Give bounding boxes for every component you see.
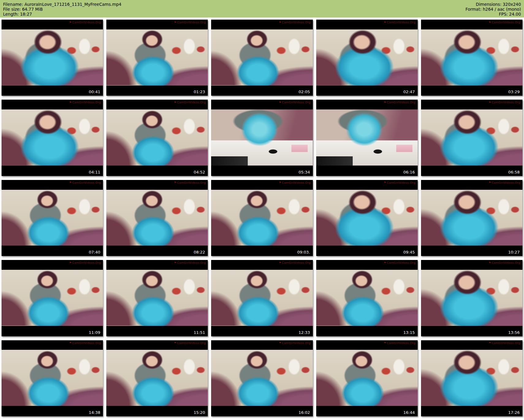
camgirl-logo-icon: ⚑: [384, 181, 386, 184]
timestamp-label: 10:27: [508, 250, 520, 254]
video-thumbnail: ⚑ CamGirlVideos.Org 09:45: [316, 180, 418, 256]
watermark-text: CamGirlVideos.Org: [177, 21, 206, 24]
camgirl-logo-icon: ⚑: [174, 181, 177, 184]
video-thumbnail: ⚑ CamGirlVideos.Org 16:02: [211, 340, 313, 416]
video-thumbnail: ⚑ CamGirlVideos.Org 08:22: [106, 180, 208, 256]
camgirl-logo-icon: ⚑: [69, 261, 71, 264]
filename-line: Filename: AuroraInLove_171216_1131_MyFre…: [3, 2, 121, 7]
timestamp-label: 04:52: [194, 170, 205, 174]
format-line: Format: h264 / aac (mono): [465, 7, 521, 12]
watermark-text: CamGirlVideos.Org: [72, 21, 101, 24]
video-frame-image: [421, 190, 522, 246]
watermark-text: CamGirlVideos.Org: [492, 181, 521, 184]
watermark: ⚑ CamGirlVideos.Org: [488, 101, 520, 104]
video-frame-image: [2, 29, 103, 86]
camgirl-logo-icon: ⚑: [279, 101, 281, 104]
timestamp-label: 05:34: [298, 170, 310, 174]
camgirl-logo-icon: ⚑: [488, 261, 491, 264]
timestamp-label: 01:23: [194, 90, 205, 94]
camgirl-logo-icon: ⚑: [488, 181, 491, 184]
watermark: ⚑ CamGirlVideos.Org: [69, 181, 101, 184]
video-frame-image: [106, 270, 208, 326]
video-thumbnail: ⚑ CamGirlVideos.Org 02:05: [211, 20, 313, 96]
video-frame-image: [316, 29, 418, 86]
timestamp-label: 11:09: [89, 330, 100, 335]
watermark-text: CamGirlVideos.Org: [177, 261, 206, 264]
timestamp-label: 09:03.: [297, 250, 310, 254]
camgirl-logo-icon: ⚑: [174, 341, 177, 344]
video-thumbnail: ⚑ CamGirlVideos.Org 04:52: [106, 100, 208, 176]
camgirl-logo-icon: ⚑: [384, 21, 386, 24]
video-frame-image: [421, 350, 522, 406]
fps-line: FPS: 24.00: [465, 12, 521, 17]
video-thumbnail: ⚑ CamGirlVideos.Org 15:20: [106, 340, 208, 416]
camgirl-logo-icon: ⚑: [279, 261, 281, 264]
watermark: ⚑ CamGirlVideos.Org: [384, 341, 416, 345]
video-thumbnail: ⚑ CamGirlVideos.Org 13:15: [316, 260, 418, 336]
camgirl-logo-icon: ⚑: [488, 341, 491, 344]
watermark-text: CamGirlVideos.Org: [177, 341, 206, 345]
watermark-text: CamGirlVideos.Org: [282, 21, 311, 24]
video-frame-image: [211, 190, 313, 246]
watermark: ⚑ CamGirlVideos.Org: [488, 261, 520, 264]
timestamp-label: 17:26: [508, 410, 520, 415]
filesize-line: File size: 64.77 MiB: [3, 7, 121, 12]
contact-sheet: Filename: AuroraInLove_171216_1131_MyFre…: [0, 0, 524, 419]
watermark: ⚑ CamGirlVideos.Org: [174, 341, 206, 345]
video-frame-image: [106, 29, 208, 86]
watermark-text: CamGirlVideos.Org: [387, 21, 416, 24]
video-frame-image: [421, 109, 522, 166]
timestamp-label: 16:02: [298, 410, 310, 415]
thumbnail-grid: ⚑ CamGirlVideos.Org 00:41 ⚑ CamGirlVideo…: [0, 17, 524, 419]
camgirl-logo-icon: ⚑: [69, 101, 71, 104]
video-frame-image: [2, 109, 103, 166]
watermark: ⚑ CamGirlVideos.Org: [69, 341, 101, 345]
watermark-text: CamGirlVideos.Org: [387, 341, 416, 345]
watermark: ⚑ CamGirlVideos.Org: [384, 101, 416, 104]
timestamp-label: 08:22: [194, 250, 205, 254]
camgirl-logo-icon: ⚑: [384, 341, 386, 344]
watermark: ⚑ CamGirlVideos.Org: [488, 21, 520, 24]
video-thumbnail: ⚑ CamGirlVideos.Org 11:09: [2, 260, 103, 336]
camgirl-logo-icon: ⚑: [69, 21, 71, 24]
timestamp-label: 14:38: [89, 410, 100, 415]
camgirl-logo-icon: ⚑: [384, 261, 386, 264]
video-thumbnail: ⚑ CamGirlVideos.Org 09:03.: [211, 180, 313, 256]
video-thumbnail: ⚑ CamGirlVideos.Org 04:11: [2, 100, 103, 176]
camgirl-logo-icon: ⚑: [279, 341, 281, 344]
watermark-text: CamGirlVideos.Org: [72, 101, 101, 104]
timestamp-label: 09:45: [403, 250, 415, 254]
watermark-text: CamGirlVideos.Org: [387, 101, 416, 104]
timestamp-label: 07:40: [89, 250, 100, 254]
video-frame-image: [106, 109, 208, 166]
watermark-text: CamGirlVideos.Org: [282, 101, 311, 104]
video-frame-image: [211, 29, 313, 86]
watermark: ⚑ CamGirlVideos.Org: [279, 341, 311, 345]
timestamp-label: 12:33: [298, 330, 310, 335]
timestamp-label: 13:15: [403, 330, 415, 335]
watermark-text: CamGirlVideos.Org: [72, 181, 101, 184]
video-thumbnail: ⚑ CamGirlVideos.Org 10:27: [421, 180, 522, 256]
video-frame-image: [2, 350, 103, 406]
video-frame-image: [316, 350, 418, 406]
camgirl-logo-icon: ⚑: [488, 101, 491, 104]
watermark-text: CamGirlVideos.Org: [492, 101, 521, 104]
video-thumbnail: ⚑ CamGirlVideos.Org 05:34: [211, 100, 313, 176]
timestamp-label: 00:41: [89, 90, 100, 94]
length-line: Length: 18:27: [3, 12, 121, 17]
video-thumbnail: ⚑ CamGirlVideos.Org 12:33: [211, 260, 313, 336]
video-frame-image: [211, 270, 313, 326]
video-frame-image: [316, 190, 418, 246]
watermark-text: CamGirlVideos.Org: [492, 341, 521, 345]
watermark: ⚑ CamGirlVideos.Org: [174, 261, 206, 264]
watermark: ⚑ CamGirlVideos.Org: [174, 21, 206, 24]
video-frame-image: [316, 109, 418, 166]
video-thumbnail: ⚑ CamGirlVideos.Org 13:56: [421, 260, 522, 336]
timestamp-label: 06:16: [403, 170, 415, 174]
metadata-right: Dimensions: 320x240 Format: h264 / aac (…: [465, 2, 521, 17]
video-thumbnail: ⚑ CamGirlVideos.Org 17:26: [421, 340, 522, 416]
video-thumbnail: ⚑ CamGirlVideos.Org 11:51: [106, 260, 208, 336]
watermark: ⚑ CamGirlVideos.Org: [384, 21, 416, 24]
video-thumbnail: ⚑ CamGirlVideos.Org 01:23: [106, 20, 208, 96]
watermark-text: CamGirlVideos.Org: [387, 261, 416, 264]
